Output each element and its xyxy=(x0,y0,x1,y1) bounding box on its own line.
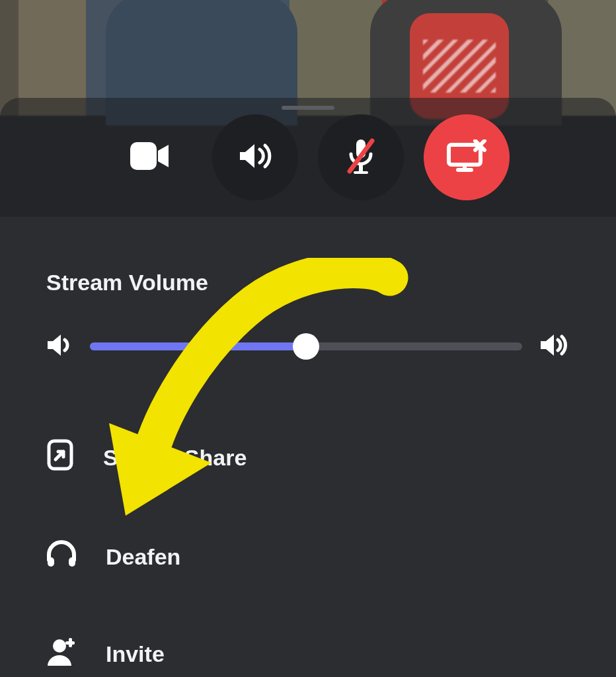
camera-icon xyxy=(130,142,169,173)
stop-screen-share-button[interactable] xyxy=(424,114,510,200)
stream-volume-label: Stream Volume xyxy=(46,270,570,296)
screen-stop-icon xyxy=(446,139,487,175)
deafen-item[interactable]: Deafen xyxy=(46,522,570,592)
mute-mic-button[interactable] xyxy=(318,114,404,200)
volume-low-icon xyxy=(46,333,73,360)
svg-rect-2 xyxy=(359,165,363,171)
slider-thumb[interactable] xyxy=(293,333,319,360)
voice-settings-panel: Stream Volume Screen Share xyxy=(0,217,616,677)
svg-rect-11 xyxy=(48,557,54,567)
audio-output-button[interactable] xyxy=(212,114,298,200)
invite-item[interactable]: Invite xyxy=(46,618,570,677)
volume-high-icon xyxy=(539,333,570,360)
menu-item-label: Screen Share xyxy=(103,445,247,471)
menu-item-label: Deafen xyxy=(106,544,180,570)
headphones-icon xyxy=(46,540,77,573)
svg-rect-15 xyxy=(65,641,75,645)
stream-volume-slider[interactable] xyxy=(90,342,522,350)
screen-share-icon xyxy=(46,438,74,477)
svg-rect-3 xyxy=(354,171,368,174)
sheet-drag-handle[interactable] xyxy=(282,106,334,110)
speaker-icon xyxy=(237,140,273,175)
slider-fill xyxy=(90,342,306,350)
mic-muted-icon xyxy=(346,138,376,177)
stream-volume-row xyxy=(46,333,570,360)
menu-item-label: Invite xyxy=(106,641,165,667)
svg-rect-0 xyxy=(130,142,157,170)
invite-icon xyxy=(46,637,77,671)
voice-control-bar xyxy=(0,98,616,217)
camera-button[interactable] xyxy=(106,114,192,200)
screen-share-item[interactable]: Screen Share xyxy=(46,420,570,495)
svg-point-13 xyxy=(53,639,66,653)
svg-rect-12 xyxy=(69,557,75,567)
